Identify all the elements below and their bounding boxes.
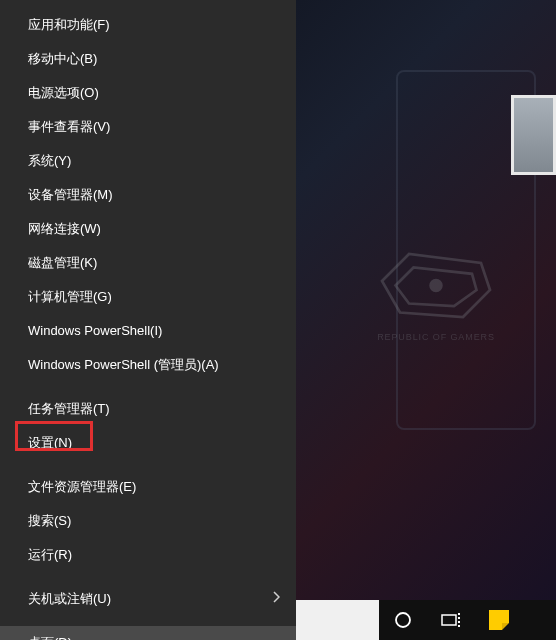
menu-item-label: 搜索(S)	[28, 513, 71, 528]
taskbar-light-region	[296, 600, 379, 640]
svg-rect-4	[458, 613, 460, 615]
sticky-notes-icon	[489, 610, 509, 630]
menu-event-viewer[interactable]: 事件查看器(V)	[0, 110, 296, 144]
menu-run[interactable]: 运行(R)	[0, 538, 296, 572]
svg-point-0	[431, 280, 442, 291]
task-view-button[interactable]	[427, 600, 475, 640]
menu-apps-features[interactable]: 应用和功能(F)	[0, 8, 296, 42]
menu-item-label: 电源选项(O)	[28, 85, 99, 100]
svg-text:REPUBLIC OF GAMERS: REPUBLIC OF GAMERS	[377, 332, 495, 342]
menu-powershell-admin[interactable]: Windows PowerShell (管理员)(A)	[0, 348, 296, 382]
menu-item-label: 运行(R)	[28, 547, 72, 562]
menu-item-label: 任务管理器(T)	[28, 401, 110, 416]
menu-shutdown-signout[interactable]: 关机或注销(U)	[0, 582, 296, 616]
menu-disk-management[interactable]: 磁盘管理(K)	[0, 246, 296, 280]
menu-powershell[interactable]: Windows PowerShell(I)	[0, 314, 296, 348]
menu-settings[interactable]: 设置(N)	[0, 426, 296, 460]
menu-item-label: 桌面(D)	[28, 635, 72, 640]
menu-item-label: 计算机管理(G)	[28, 289, 112, 304]
chevron-right-icon	[272, 591, 280, 607]
menu-desktop[interactable]: 桌面(D)	[0, 626, 296, 640]
menu-item-label: 磁盘管理(K)	[28, 255, 97, 270]
svg-point-2	[396, 613, 410, 627]
menu-network-connections[interactable]: 网络连接(W)	[0, 212, 296, 246]
taskbar	[296, 600, 556, 640]
menu-power-options[interactable]: 电源选项(O)	[0, 76, 296, 110]
menu-item-label: 系统(Y)	[28, 153, 71, 168]
menu-task-manager[interactable]: 任务管理器(T)	[0, 392, 296, 426]
rog-logo: REPUBLIC OF GAMERS	[346, 200, 526, 380]
menu-item-label: 设置(N)	[28, 435, 72, 450]
menu-item-label: 文件资源管理器(E)	[28, 479, 136, 494]
svg-rect-7	[458, 625, 460, 627]
menu-computer-management[interactable]: 计算机管理(G)	[0, 280, 296, 314]
task-view-icon	[441, 612, 461, 628]
menu-item-label: 关机或注销(U)	[28, 591, 111, 606]
menu-system[interactable]: 系统(Y)	[0, 144, 296, 178]
menu-mobility-center[interactable]: 移动中心(B)	[0, 42, 296, 76]
wallpaper-photo-decoration	[511, 95, 556, 175]
menu-item-label: 移动中心(B)	[28, 51, 97, 66]
svg-rect-6	[458, 621, 460, 623]
cortana-icon	[394, 611, 412, 629]
sticky-notes-button[interactable]	[475, 600, 523, 640]
menu-item-label: Windows PowerShell (管理员)(A)	[28, 357, 219, 372]
menu-search[interactable]: 搜索(S)	[0, 504, 296, 538]
svg-rect-5	[458, 617, 460, 619]
menu-item-label: 设备管理器(M)	[28, 187, 113, 202]
menu-item-label: 网络连接(W)	[28, 221, 101, 236]
menu-file-explorer[interactable]: 文件资源管理器(E)	[0, 470, 296, 504]
menu-item-label: 事件查看器(V)	[28, 119, 110, 134]
winx-context-menu: 应用和功能(F)移动中心(B)电源选项(O)事件查看器(V)系统(Y)设备管理器…	[0, 0, 296, 640]
menu-item-label: Windows PowerShell(I)	[28, 323, 162, 338]
svg-rect-3	[442, 615, 456, 625]
menu-item-label: 应用和功能(F)	[28, 17, 110, 32]
cortana-button[interactable]	[379, 600, 427, 640]
menu-device-manager[interactable]: 设备管理器(M)	[0, 178, 296, 212]
